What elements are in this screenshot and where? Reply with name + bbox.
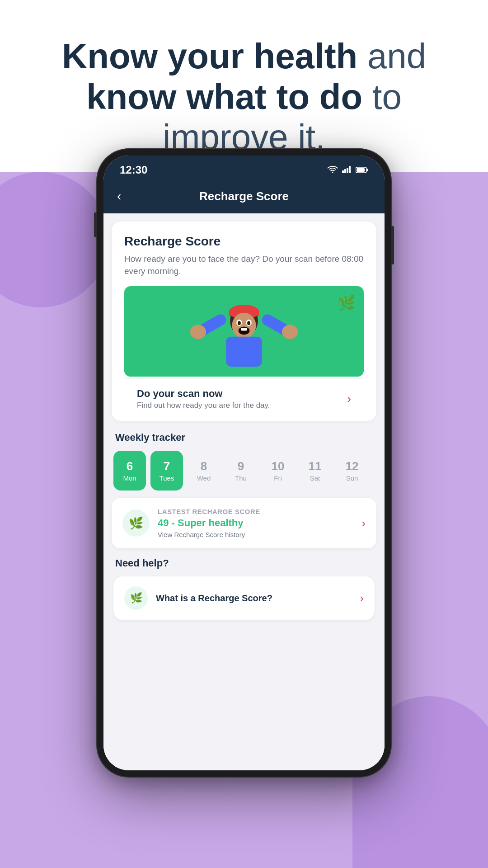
help-chevron-icon: › [360, 591, 364, 605]
recharge-label: LASTEST RECHARGE SCORE [158, 508, 353, 515]
nav-title: Recharge Score [199, 189, 289, 203]
latest-recharge-card[interactable]: 🌿 LASTEST RECHARGE SCORE 49 - Super heal… [112, 498, 376, 548]
back-button[interactable]: ‹ [117, 189, 121, 203]
wifi-icon [328, 164, 338, 176]
svg-rect-0 [342, 170, 344, 173]
need-help-label: Need help? [113, 557, 375, 569]
battery-icon [356, 164, 368, 176]
day-chip-sun[interactable]: 12 Sun [336, 451, 368, 491]
nav-bar: ‹ Recharge Score [103, 183, 385, 213]
day-num-9: 9 [238, 459, 244, 473]
day-chip-thu[interactable]: 9 Thu [225, 451, 257, 491]
day-num-11: 11 [309, 459, 322, 473]
svg-rect-5 [367, 169, 368, 171]
day-num-10: 10 [272, 459, 285, 473]
help-card[interactable]: 🌿 What is a Recharge Score? › [113, 576, 375, 620]
status-time: 12:30 [120, 164, 147, 176]
leaf-icon-banner: 🌿 [338, 294, 356, 311]
person-illustration [124, 286, 364, 377]
svg-point-17 [247, 321, 250, 325]
svg-rect-3 [349, 166, 351, 173]
screen-content: Recharge Score How ready are you to face… [103, 213, 385, 769]
day-name-sun: Sun [346, 474, 358, 482]
leaf-icon-help: 🌿 [124, 586, 148, 610]
weekly-tracker-label: Weekly tracker [113, 432, 375, 443]
svg-point-22 [282, 325, 298, 339]
svg-rect-18 [226, 337, 262, 367]
day-name-tue: Tues [160, 474, 174, 482]
cta-subtitle: Find out how ready you are for the day. [137, 401, 270, 410]
day-chip-fri[interactable]: 10 Fri [262, 451, 294, 491]
card-subtitle: How ready are you to face the day? Do yo… [124, 253, 364, 277]
need-help-section: Need help? 🌿 What is a Recharge Score? › [112, 556, 376, 622]
days-row: 6 Mon 7 Tues 8 Wed 9 Thu [113, 451, 375, 496]
day-chip-tue[interactable]: 7 Tues [150, 451, 183, 491]
recharge-history-link[interactable]: View Recharge Score history [158, 531, 353, 538]
day-chip-wed[interactable]: 8 Wed [188, 451, 220, 491]
leaf-icon-recharge: 🌿 [122, 509, 150, 537]
scan-cta[interactable]: Do your scan now Find out how ready you … [124, 378, 364, 421]
day-name-mon: Mon [123, 474, 136, 482]
day-num-12: 12 [346, 459, 359, 473]
svg-rect-1 [344, 169, 346, 173]
weekly-tracker-section: Weekly tracker 6 Mon 7 Tues 8 Wed [112, 428, 376, 498]
help-item-text: What is a Recharge Score? [156, 593, 352, 604]
day-name-thu: Thu [235, 474, 247, 482]
day-chip-mon[interactable]: 6 Mon [113, 451, 146, 491]
day-name-sat: Sat [310, 474, 320, 482]
day-name-wed: Wed [197, 474, 211, 482]
day-chip-sat[interactable]: 11 Sat [299, 451, 331, 491]
hero-normal-2: to [362, 77, 402, 117]
svg-point-21 [190, 325, 206, 339]
recharge-score-card: Recharge Score How ready are you to face… [112, 222, 376, 421]
recharge-info: LASTEST RECHARGE SCORE 49 - Super health… [158, 508, 353, 538]
scan-cta-text: Do your scan now Find out how ready you … [137, 388, 270, 410]
status-bar: 12:30 [103, 156, 385, 183]
scan-banner: 🌿 [124, 286, 364, 377]
hero-normal-1: and [357, 36, 426, 76]
scan-chevron-icon: › [347, 392, 351, 406]
signal-icon [342, 164, 351, 176]
phone-shell: 12:30 [97, 149, 391, 777]
status-icons [328, 164, 368, 176]
svg-rect-6 [357, 168, 365, 172]
phone-screen: 12:30 [103, 156, 385, 770]
day-num-8: 8 [201, 459, 207, 473]
card-title: Recharge Score [124, 234, 364, 249]
svg-point-16 [238, 321, 241, 325]
phone-wrapper: 12:30 [97, 149, 391, 777]
svg-rect-2 [347, 168, 348, 173]
cta-title: Do your scan now [137, 388, 270, 400]
hero-section: Know your health and know what to do to … [0, 36, 488, 158]
recharge-chevron-icon: › [361, 516, 366, 530]
day-num-6: 6 [127, 459, 133, 473]
recharge-score-value: 49 - Super healthy [158, 517, 353, 529]
day-num-7: 7 [164, 459, 170, 473]
day-name-fri: Fri [274, 474, 282, 482]
hero-bold-2: know what to do [86, 77, 362, 117]
svg-rect-13 [241, 328, 247, 330]
hero-bold-1: Know your health [62, 36, 357, 76]
